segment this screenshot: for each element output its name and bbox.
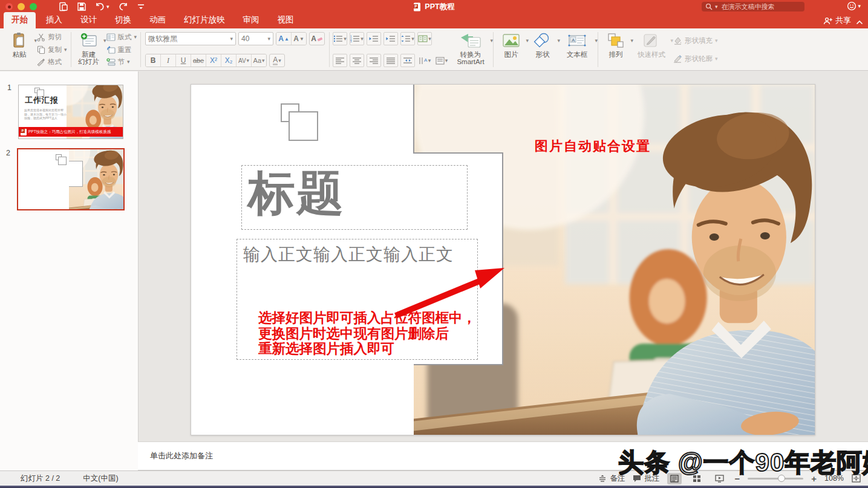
title-placeholder[interactable]: 标题	[241, 165, 468, 230]
paste-button[interactable]: ▾ 粘贴	[4, 30, 35, 69]
convert-smartart-button[interactable]: ▾ 转换为 SmartArt	[450, 30, 491, 69]
slideshow-view-button[interactable]	[712, 473, 726, 484]
new-from-template-icon[interactable]	[59, 2, 68, 11]
zoom-in-button[interactable]: +	[811, 473, 817, 484]
slideshow-icon	[715, 475, 724, 483]
slide1-thumbnail[interactable]: 工作汇报 如果您觉得本视频对您有所帮助，请关注我，每天学习一项小技能，助您成为P…	[18, 85, 123, 139]
columns-button[interactable]: ▾	[417, 32, 432, 45]
dropdown-arrow-icon[interactable]: ▾	[103, 38, 106, 44]
undo-dropdown-arrow-icon[interactable]: ▾	[106, 4, 109, 10]
quick-styles-icon	[642, 31, 661, 50]
numbering-button[interactable]: 123▾	[350, 32, 364, 45]
align-text-button[interactable]: ▾	[434, 54, 449, 67]
quick-styles-button[interactable]: ▾ 快速样式	[631, 30, 671, 69]
close-window-button[interactable]	[5, 3, 13, 10]
comments-toggle-button[interactable]: 批注	[633, 473, 659, 484]
subscript-button[interactable]: X₂	[221, 54, 237, 67]
layout-button[interactable]: 版式 ▾	[105, 31, 139, 43]
notes-toggle-button[interactable]: 备注	[598, 473, 625, 484]
ribbon-tab-bar: 开始 插入 设计 切换 动画 幻灯片放映 审阅 视图 共享	[0, 13, 868, 28]
paste-label: 粘贴	[13, 51, 27, 58]
strikethrough-button[interactable]: abe	[191, 54, 206, 67]
shape-outline-button[interactable]: 形状轮廓 ▾	[671, 53, 720, 65]
dropdown-arrow-icon[interactable]: ▾	[134, 34, 137, 40]
dropdown-arrow-icon[interactable]: ▾	[64, 47, 67, 53]
tab-view[interactable]: 视图	[270, 12, 302, 28]
slide-sorter-view-button[interactable]	[690, 473, 704, 484]
collapse-ribbon-icon[interactable]	[856, 20, 863, 25]
increase-indent-button[interactable]	[383, 32, 398, 45]
arrange-button[interactable]: ▾ 排列	[600, 30, 631, 69]
tab-design[interactable]: 设计	[73, 12, 105, 28]
format-painter-button[interactable]: 格式	[35, 56, 69, 68]
picture-button[interactable]: ▾ 图片	[495, 30, 527, 69]
cut-button[interactable]: 剪切	[35, 31, 69, 43]
grow-font-button[interactable]: A▲	[276, 33, 292, 45]
zoom-window-button[interactable]	[30, 3, 37, 10]
bold-button[interactable]: B	[146, 54, 161, 67]
justify-button[interactable]	[383, 54, 398, 67]
font-color-button[interactable]: A▾	[269, 54, 285, 67]
distribute-text-button[interactable]	[400, 54, 415, 67]
dropdown-arrow-icon[interactable]: ▾	[127, 59, 130, 65]
copy-button[interactable]: 复制 ▾	[35, 44, 69, 56]
underline-button[interactable]: U	[176, 54, 191, 67]
language-indicator[interactable]: 中文(中国)	[83, 473, 118, 484]
dropdown-arrow-icon: ▾	[230, 36, 233, 42]
feedback-smiley-icon[interactable]: ▾	[847, 1, 861, 11]
title-bar: ▾ P PPT教程 ▾ ▾	[0, 0, 868, 13]
align-left-button[interactable]	[333, 54, 347, 67]
save-icon[interactable]	[77, 2, 86, 11]
redo-icon[interactable]	[118, 2, 128, 11]
zoom-slider[interactable]	[748, 478, 803, 480]
ribbon: ▾ 粘贴 剪切 复制 ▾ 格式 ▾ 新建 幻灯片	[0, 28, 868, 71]
shrink-font-button[interactable]: A▼	[292, 33, 306, 45]
bullets-button[interactable]: ▾	[333, 32, 347, 45]
align-right-button[interactable]	[367, 54, 381, 67]
align-center-button[interactable]	[350, 54, 364, 67]
tab-insert[interactable]: 插入	[38, 12, 70, 28]
tab-slideshow[interactable]: 幻灯片放映	[176, 12, 233, 28]
minimize-window-button[interactable]	[18, 3, 25, 10]
tab-home[interactable]: 开始	[4, 12, 36, 28]
reset-button[interactable]: 重置	[105, 44, 139, 56]
new-slide-button[interactable]: ▾ 新建 幻灯片	[73, 30, 105, 69]
decrease-indent-button[interactable]	[367, 32, 381, 45]
shape-fill-button[interactable]: 形状填充 ▾	[671, 35, 720, 47]
zoom-out-button[interactable]: −	[734, 473, 740, 484]
section-button[interactable]: 节 ▾	[105, 56, 139, 68]
customize-toolbar-icon[interactable]	[137, 2, 145, 11]
zoom-level[interactable]: 108%	[824, 474, 844, 483]
fit-slide-to-window-button[interactable]	[852, 474, 861, 483]
character-spacing-button[interactable]: AV▾	[237, 54, 252, 67]
text-direction-button[interactable]: A▾	[417, 54, 432, 67]
shapes-button[interactable]: ▾ 形状	[527, 30, 558, 69]
dropdown-arrow-icon: ▾	[715, 56, 718, 62]
share-button[interactable]: 共享	[823, 15, 851, 26]
textbox-button[interactable]: A ▾ 文本框	[558, 30, 596, 69]
normal-view-button[interactable]	[667, 473, 682, 484]
search-scope-arrow-icon[interactable]: ▾	[715, 4, 718, 10]
tab-review[interactable]: 审阅	[235, 12, 267, 28]
tab-animations[interactable]: 动画	[142, 12, 174, 28]
clear-formatting-button[interactable]: A	[309, 32, 325, 45]
zoom-slider-thumb[interactable]	[778, 475, 785, 482]
dropdown-arrow-icon[interactable]: ▾	[595, 38, 598, 44]
undo-icon[interactable]: ▾	[95, 2, 109, 11]
dropdown-arrow-icon[interactable]: ▾	[34, 38, 37, 44]
italic-button[interactable]: I	[161, 54, 176, 67]
notes-panel[interactable]: 单击此处添加备注	[138, 441, 868, 470]
slide2-number: 2	[6, 149, 10, 157]
paint-bucket-icon	[673, 36, 682, 45]
search-input[interactable]	[720, 2, 809, 11]
slide2-thumbnail-selected[interactable]	[17, 148, 125, 210]
font-name-select[interactable]: 微软雅黑▾	[145, 32, 236, 45]
notes-placeholder: 单击此处添加备注	[150, 451, 868, 461]
search-box[interactable]: ▾	[702, 2, 804, 11]
change-case-button[interactable]: Aa▾	[252, 54, 266, 67]
dropdown-arrow-icon[interactable]: ▾	[491, 38, 494, 44]
tab-transitions[interactable]: 切换	[107, 12, 139, 28]
superscript-button[interactable]: X²	[206, 54, 221, 67]
line-spacing-button[interactable]: ▾	[400, 32, 415, 45]
font-size-select[interactable]: 40▾	[238, 32, 273, 45]
